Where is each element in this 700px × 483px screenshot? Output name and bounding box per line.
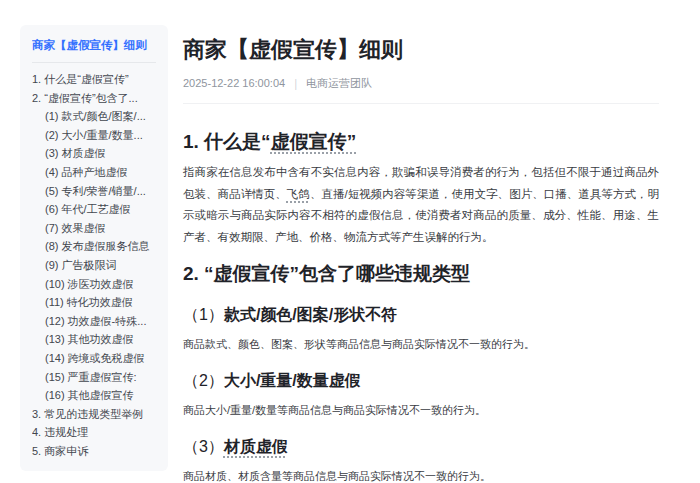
toc-item-what-is[interactable]: 1. 什么是“虚假宣传”	[32, 70, 156, 89]
toc-list: 1. 什么是“虚假宣传” 2. “虚假宣传”包含了... (1) 款式/颜色/图…	[32, 70, 156, 460]
section2-heading: 2. “虚假宣传”包含了哪些违规类型	[183, 262, 659, 286]
toc-item-violation-handling[interactable]: 4. 违规处理	[32, 423, 156, 442]
subsection-style-mismatch: （1）款式/颜色/图案/形状不符 商品款式、颜色、图案、形状等商品信息与商品实际…	[183, 304, 659, 352]
toc-item-medical-efficacy[interactable]: (10) 涉医功效虚假	[32, 275, 156, 294]
toc-title[interactable]: 商家【虚假宣传】细则	[32, 38, 156, 52]
subsection3-heading: （3）材质虚假	[183, 436, 659, 458]
toc-item-special-efficacy[interactable]: (11) 特化功效虚假	[32, 293, 156, 312]
toc-item-effect-fake[interactable]: (7) 效果虚假	[32, 219, 156, 238]
toc-item-examples[interactable]: 3. 常见的违规类型举例	[32, 405, 156, 424]
publish-timestamp: 2025-12-22 16:00:04	[183, 77, 285, 89]
article-meta: 2025-12-22 16:00:04｜电商运营团队	[183, 76, 659, 90]
section1-body: 指商家在信息发布中含有不实信息内容，欺骗和误导消费者的行为，包括但不限于通过商品…	[183, 162, 659, 248]
subsection2-body: 商品大小/重量/数量等商品信息与商品实际情况不一致的行为。	[183, 402, 659, 418]
toc-item-crossborder-dutyfree[interactable]: (14) 跨境或免税虚假	[32, 349, 156, 368]
toc-item-origin-fake[interactable]: (4) 品种产地虚假	[32, 163, 156, 182]
subsection1-body: 商品款式、颜色、图案、形状等商品信息与商品实际情况不一致的行为。	[183, 336, 659, 352]
toc-sidebar: 商家【虚假宣传】细则 1. 什么是“虚假宣传” 2. “虚假宣传”包含了... …	[20, 25, 168, 471]
subsection3-body: 商品材质、材质含量等商品信息与商品实际情况不一致的行为。	[183, 468, 659, 483]
page-title: 商家【虚假宣传】细则	[183, 36, 659, 64]
toc-item-severe-false-ad[interactable]: (15) 严重虚假宣传:	[32, 368, 156, 387]
toc-item-style-mismatch[interactable]: (1) 款式/颜色/图案/...	[32, 107, 156, 126]
toc-item-material-fake[interactable]: (3) 材质虚假	[32, 144, 156, 163]
subsection-material-fake: （3）材质虚假 商品材质、材质含量等商品信息与商品实际情况不一致的行为。	[183, 436, 659, 483]
section1-heading: 1. 什么是“虚假宣传”	[183, 130, 659, 154]
article: 商家【虚假宣传】细则 2025-12-22 16:00:04｜电商运营团队 1.…	[183, 36, 659, 483]
toc-item-types[interactable]: 2. “虚假宣传”包含了...	[32, 89, 156, 108]
subsection1-heading: （1）款式/颜色/图案/形状不符	[183, 304, 659, 326]
toc-divider	[32, 62, 156, 63]
glossary-term-false-advertising: 虚假宣传”	[271, 131, 357, 152]
glossary-term-material-fake: 材质虚假	[224, 438, 288, 455]
toc-item-ad-extreme-words[interactable]: (9) 广告极限词	[32, 256, 156, 275]
subsection2-heading: （2）大小/重量/数量虚假	[183, 370, 659, 392]
toc-item-size-fake[interactable]: (2) 大小/重量/数量...	[32, 126, 156, 145]
toc-item-patent-fake[interactable]: (5) 专利/荣誉/销量/...	[32, 182, 156, 201]
toc-item-fake-service-info[interactable]: (8) 发布虚假服务信息	[32, 237, 156, 256]
glossary-term-feige: 飞鸽	[287, 188, 310, 200]
author-team: 电商运营团队	[306, 77, 372, 89]
toc-item-other-efficacy[interactable]: (13) 其他功效虚假	[32, 330, 156, 349]
toc-item-efficacy-special[interactable]: (12) 功效虚假-特殊...	[32, 312, 156, 331]
meta-separator: ｜	[290, 77, 301, 89]
header-divider	[183, 103, 659, 104]
toc-item-merchant-appeal[interactable]: 5. 商家申诉	[32, 442, 156, 461]
toc-item-era-craft-fake[interactable]: (6) 年代/工艺虚假	[32, 200, 156, 219]
subsection-size-fake: （2）大小/重量/数量虚假 商品大小/重量/数量等商品信息与商品实际情况不一致的…	[183, 370, 659, 418]
toc-item-other-false-ad[interactable]: (16) 其他虚假宣传	[32, 386, 156, 405]
